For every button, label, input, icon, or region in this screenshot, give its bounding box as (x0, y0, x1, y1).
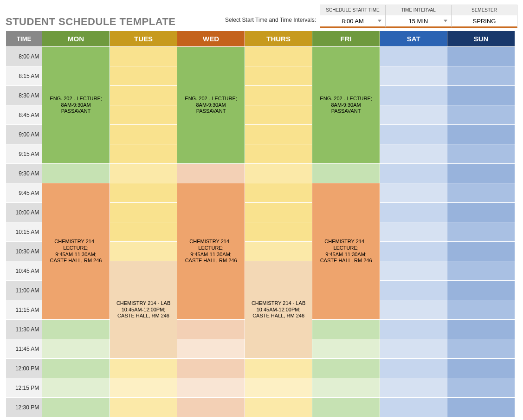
event-chem-lec-mon[interactable]: CHEMISTRY 214 - LECTURE;9:45AM-11:30AM;C… (42, 183, 110, 320)
slot[interactable] (447, 164, 515, 183)
slot[interactable] (380, 164, 447, 183)
slot[interactable] (245, 378, 312, 398)
slot[interactable] (380, 359, 447, 378)
time-cell: 10:00 AM (6, 203, 42, 222)
slot[interactable] (110, 47, 177, 66)
slot[interactable] (177, 359, 245, 378)
time-cell: 10:15 AM (6, 222, 42, 242)
slot[interactable] (447, 86, 515, 105)
slot[interactable] (447, 339, 515, 359)
slot[interactable] (380, 281, 447, 300)
slot[interactable] (447, 242, 515, 261)
slot[interactable] (245, 47, 312, 66)
slot[interactable] (380, 144, 447, 164)
slot[interactable] (110, 144, 177, 164)
slot[interactable] (312, 378, 380, 398)
slot[interactable] (447, 183, 515, 203)
slot[interactable] (245, 183, 312, 203)
event-chem-lec-wed[interactable]: CHEMISTRY 214 - LECTURE;9:45AM-11:30AM;C… (177, 183, 245, 320)
slot[interactable] (447, 125, 515, 144)
slot[interactable] (110, 86, 177, 105)
slot[interactable] (177, 398, 245, 417)
slot[interactable] (245, 144, 312, 164)
slot[interactable] (380, 300, 447, 320)
slot[interactable] (42, 164, 110, 183)
slot[interactable] (447, 203, 515, 222)
slot[interactable] (380, 86, 447, 105)
start-time-select[interactable]: 8:00 AM (320, 15, 386, 28)
slot[interactable] (380, 242, 447, 261)
slot[interactable] (447, 47, 515, 66)
slot[interactable] (245, 86, 312, 105)
slot[interactable] (110, 378, 177, 398)
slot[interactable] (447, 281, 515, 300)
slot[interactable] (110, 125, 177, 144)
slot[interactable] (110, 398, 177, 417)
slot[interactable] (245, 222, 312, 242)
slot[interactable] (447, 359, 515, 378)
slot[interactable] (42, 339, 110, 359)
slot[interactable] (245, 359, 312, 378)
slot[interactable] (380, 320, 447, 339)
slot[interactable] (110, 183, 177, 203)
slot[interactable] (110, 164, 177, 183)
slot[interactable] (380, 339, 447, 359)
slot[interactable] (380, 378, 447, 398)
slot[interactable] (312, 359, 380, 378)
slot[interactable] (42, 359, 110, 378)
slot[interactable] (245, 398, 312, 417)
slot[interactable] (380, 398, 447, 417)
slot[interactable] (110, 222, 177, 242)
slot[interactable] (110, 359, 177, 378)
event-eng202-mon[interactable]: ENG. 202 - LECTURE;8AM-9:30AMPASSAVANT (42, 47, 110, 164)
slot[interactable] (245, 105, 312, 125)
slot[interactable] (380, 183, 447, 203)
slot[interactable] (380, 261, 447, 281)
slot[interactable] (110, 203, 177, 222)
slot[interactable] (42, 398, 110, 417)
slot[interactable] (380, 105, 447, 125)
slot[interactable] (447, 398, 515, 417)
slot[interactable] (447, 320, 515, 339)
slot[interactable] (447, 105, 515, 125)
slot[interactable] (312, 398, 380, 417)
slot[interactable] (245, 164, 312, 183)
event-eng202-wed[interactable]: ENG. 202 - LECTURE;8AM-9:30AMPASSAVANT (177, 47, 245, 164)
slot[interactable] (380, 222, 447, 242)
slot[interactable] (447, 222, 515, 242)
slot[interactable] (110, 66, 177, 86)
slot[interactable] (42, 320, 110, 339)
semester-input[interactable]: SPRING (452, 15, 517, 28)
slot[interactable] (447, 66, 515, 86)
slot[interactable] (312, 339, 380, 359)
chevron-down-icon (444, 20, 447, 22)
slot[interactable] (447, 300, 515, 320)
col-fri: FRI (312, 31, 380, 47)
event-chem-lec-fri[interactable]: CHEMISTRY 214 - LECTURE;9:45AM-11:30AM;C… (312, 183, 380, 320)
slot[interactable] (380, 203, 447, 222)
interval-select[interactable]: 15 MIN (386, 15, 452, 28)
slot[interactable] (177, 339, 245, 359)
time-cell: 9:30 AM (6, 164, 42, 183)
event-chem-lab-thu[interactable]: CHEMISTRY 214 - LAB10:45AM-12:00PM;CASTE… (245, 261, 312, 359)
slot[interactable] (110, 242, 177, 261)
slot[interactable] (380, 47, 447, 66)
slot[interactable] (380, 125, 447, 144)
slot[interactable] (177, 164, 245, 183)
event-eng202-fri[interactable]: ENG. 202 - LECTURE;8AM-9:30AMPASSAVANT (312, 47, 380, 164)
event-chem-lab-tue[interactable]: CHEMISTRY 214 - LAB10:45AM-12:00PM;CASTE… (110, 261, 177, 359)
slot[interactable] (312, 320, 380, 339)
slot[interactable] (245, 203, 312, 222)
slot[interactable] (447, 261, 515, 281)
slot[interactable] (380, 66, 447, 86)
slot[interactable] (177, 320, 245, 339)
slot[interactable] (447, 144, 515, 164)
slot[interactable] (245, 242, 312, 261)
slot[interactable] (245, 125, 312, 144)
slot[interactable] (110, 105, 177, 125)
slot[interactable] (245, 66, 312, 86)
slot[interactable] (177, 378, 245, 398)
slot[interactable] (42, 378, 110, 398)
slot[interactable] (447, 378, 515, 398)
slot[interactable] (312, 164, 380, 183)
